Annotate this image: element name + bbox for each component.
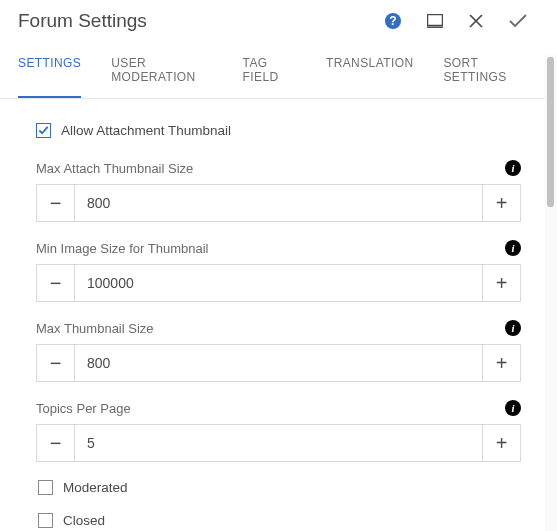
tab-user-moderation[interactable]: USER MODERATION [111,46,212,98]
max-thumb-field: Max Thumbnail Size i − + [36,320,521,382]
max-attach-thumb-label: Max Attach Thumbnail Size [36,161,193,176]
increment-button[interactable]: + [482,345,520,381]
moderated-checkbox[interactable] [38,480,53,495]
tab-sort-settings[interactable]: SORT SETTINGS [443,46,527,98]
header-actions: ? [385,13,537,29]
increment-button[interactable]: + [482,265,520,301]
topics-per-page-label: Topics Per Page [36,401,131,416]
info-icon[interactable]: i [505,400,521,416]
help-icon[interactable]: ? [385,13,401,29]
tab-translation[interactable]: TRANSLATION [326,46,414,98]
closed-row: Closed [38,513,521,528]
tab-bar: SETTINGS USER MODERATION TAG FIELD TRANS… [0,46,545,99]
min-image-thumb-label: Min Image Size for Thumbnail [36,241,208,256]
moderated-label: Moderated [63,480,128,495]
closed-label: Closed [63,513,105,528]
tab-settings[interactable]: SETTINGS [18,46,81,98]
max-attach-thumb-stepper: − + [36,184,521,222]
scrollbar[interactable] [545,55,557,531]
topics-per-page-field: Topics Per Page i − + [36,400,521,462]
allow-attachment-thumbnail-row: Allow Attachment Thumbnail [36,123,521,138]
min-image-thumb-field: Min Image Size for Thumbnail i − + [36,240,521,302]
fullscreen-icon[interactable] [427,14,443,28]
topics-per-page-input[interactable] [75,425,482,461]
settings-panel: Allow Attachment Thumbnail Max Attach Th… [0,99,557,531]
increment-button[interactable]: + [482,425,520,461]
max-attach-thumb-field: Max Attach Thumbnail Size i − + [36,160,521,222]
tab-tag-field[interactable]: TAG FIELD [243,46,296,98]
info-icon[interactable]: i [505,240,521,256]
max-attach-thumb-input[interactable] [75,185,482,221]
allow-attachment-thumbnail-checkbox[interactable] [36,123,51,138]
dialog-header: Forum Settings ? [0,0,557,46]
allow-attachment-thumbnail-label: Allow Attachment Thumbnail [61,123,231,138]
closed-checkbox[interactable] [38,513,53,528]
svg-rect-0 [428,15,443,26]
increment-button[interactable]: + [482,185,520,221]
decrement-button[interactable]: − [37,185,75,221]
decrement-button[interactable]: − [37,265,75,301]
info-icon[interactable]: i [505,320,521,336]
moderated-row: Moderated [38,480,521,495]
min-image-thumb-stepper: − + [36,264,521,302]
max-thumb-input[interactable] [75,345,482,381]
min-image-thumb-input[interactable] [75,265,482,301]
info-icon[interactable]: i [505,160,521,176]
topics-per-page-stepper: − + [36,424,521,462]
max-thumb-stepper: − + [36,344,521,382]
done-icon[interactable] [509,14,527,28]
close-icon[interactable] [469,14,483,28]
max-thumb-label: Max Thumbnail Size [36,321,154,336]
scrollbar-thumb[interactable] [547,57,554,207]
page-title: Forum Settings [18,10,385,32]
decrement-button[interactable]: − [37,345,75,381]
decrement-button[interactable]: − [37,425,75,461]
